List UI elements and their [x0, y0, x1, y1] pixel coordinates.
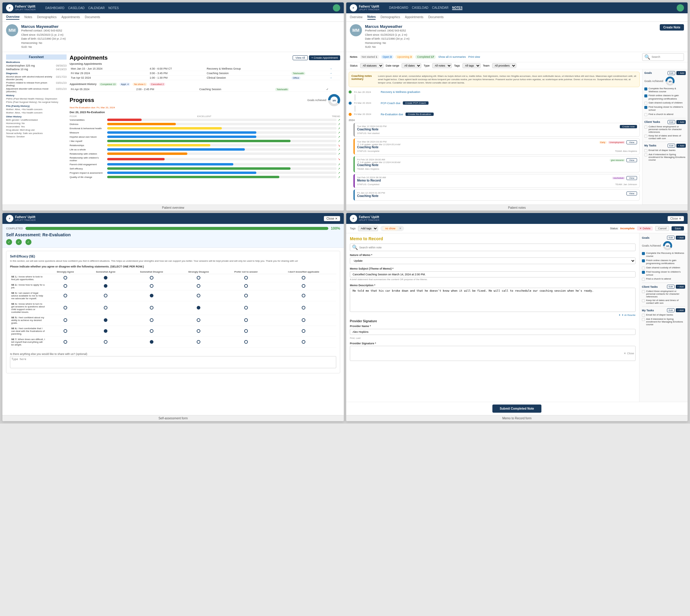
- radio-se3-2[interactable]: [104, 294, 107, 298]
- create-note-1-btn[interactable]: Create now: [620, 125, 637, 128]
- open-response-textarea[interactable]: [10, 356, 336, 368]
- radio-se1-4[interactable]: [197, 276, 200, 280]
- radio-se3-6[interactable]: [302, 294, 305, 298]
- radio-se4-1[interactable]: [64, 306, 67, 309]
- radio-se5-5[interactable]: [244, 318, 248, 322]
- radio-se1-6[interactable]: [302, 276, 305, 280]
- memo-goals-edit-btn[interactable]: Edit: [667, 236, 675, 240]
- radio-se3-4[interactable]: [197, 294, 200, 298]
- delete-btn[interactable]: ✕ Delete: [637, 226, 653, 230]
- goals-add-btn[interactable]: + Add: [676, 71, 686, 75]
- notes-search-input[interactable]: [651, 56, 682, 59]
- show-ai-btn[interactable]: Show all AI summaries: [438, 56, 466, 59]
- radio-se2-4[interactable]: [197, 284, 200, 288]
- radio-se5-1[interactable]: [64, 318, 67, 322]
- radio-se5-6[interactable]: [302, 318, 305, 322]
- tags-filter[interactable]: All tags: [462, 63, 480, 68]
- memo-close-btn[interactable]: Close ✕: [668, 216, 684, 221]
- status-filter[interactable]: All statuses: [360, 63, 384, 68]
- radio-se4-6[interactable]: [302, 306, 305, 309]
- subnav-overview[interactable]: Overview: [6, 15, 19, 20]
- remove-tag-btn[interactable]: ✕: [399, 227, 402, 230]
- subnav-overview-2[interactable]: Overview: [350, 16, 363, 19]
- radio-se4-2[interactable]: [104, 306, 107, 309]
- radio-se1-1[interactable]: [64, 276, 67, 280]
- radio-se6-4[interactable]: [197, 329, 200, 333]
- my-tasks-edit-btn[interactable]: Edit: [668, 144, 675, 148]
- tasks-add-btn[interactable]: + Add: [676, 120, 686, 124]
- subnav-demographics-2[interactable]: Demographics: [381, 16, 400, 19]
- nav-calendar[interactable]: CALENDAR: [88, 6, 105, 10]
- subnav-notes[interactable]: Notes: [24, 16, 32, 19]
- ai-rewrite-btn[interactable]: ✦ ✦ AI Rewrite: [350, 314, 635, 316]
- radio-se4-3[interactable]: [150, 306, 153, 309]
- nav-notes[interactable]: NOTES: [108, 6, 118, 10]
- user-avatar[interactable]: [333, 4, 340, 12]
- provider-name-input[interactable]: [350, 329, 635, 335]
- radio-se7-4[interactable]: [197, 340, 200, 344]
- tab-completed[interactable]: Completed 17: [415, 55, 436, 59]
- radio-se7-2[interactable]: [104, 340, 107, 344]
- nav-calendar-2[interactable]: CALENDAR: [432, 6, 449, 10]
- tab-not-started[interactable]: Not started 1: [360, 55, 379, 59]
- radio-se1-2[interactable]: [104, 276, 107, 280]
- radio-se4-4[interactable]: [197, 306, 200, 309]
- radio-se3-3[interactable]: [150, 294, 153, 298]
- print-view-btn[interactable]: Print view: [468, 56, 480, 59]
- radio-se6-3[interactable]: [150, 329, 153, 333]
- radio-se2-6[interactable]: [302, 284, 305, 288]
- radio-se5-4[interactable]: [197, 318, 200, 322]
- search-within-input[interactable]: [359, 246, 633, 249]
- nav-caseload[interactable]: CASELOAD: [68, 6, 84, 10]
- memo-tasks-add-btn[interactable]: + Add: [676, 285, 685, 289]
- subnav-demographics[interactable]: Demographics: [37, 16, 57, 19]
- radio-se7-3[interactable]: [150, 340, 153, 344]
- memo-my-tasks-add-btn[interactable]: + Add: [676, 308, 685, 312]
- subject-input[interactable]: [350, 271, 635, 278]
- radio-se4-5[interactable]: [244, 306, 248, 309]
- create-note-button[interactable]: Create Note: [660, 24, 684, 30]
- create-appointment-btn[interactable]: + Create Appointment: [309, 56, 340, 60]
- goals-edit-btn[interactable]: Edit: [668, 71, 675, 75]
- radio-se3-5[interactable]: [244, 294, 248, 298]
- subnav-notes-2[interactable]: Notes: [367, 15, 376, 20]
- view-note-5-btn[interactable]: View: [626, 192, 637, 195]
- view-note-2-btn[interactable]: View: [626, 140, 637, 144]
- description-textarea[interactable]: He told me that his car broke down and t…: [350, 288, 635, 312]
- memo-my-tasks-edit-btn[interactable]: Edit: [667, 308, 675, 312]
- subnav-appointments-2[interactable]: Appointments: [405, 16, 424, 19]
- radio-se6-6[interactable]: [302, 329, 305, 333]
- view-note-4-btn[interactable]: View: [626, 176, 637, 180]
- milestone-event-1[interactable]: Recovery & Wellness graduation: [381, 90, 420, 93]
- type-filter[interactable]: All notes: [432, 63, 452, 68]
- subnav-documents-2[interactable]: Documents: [428, 16, 444, 19]
- milestone-event-2[interactable]: PCP-Coach due: [381, 102, 401, 105]
- radio-se5-2[interactable]: [104, 318, 107, 322]
- save-btn[interactable]: Save: [671, 226, 684, 230]
- subnav-appointments[interactable]: Appointments: [61, 16, 80, 19]
- radio-se2-5[interactable]: [244, 284, 248, 288]
- cancel-btn[interactable]: Cancel: [655, 226, 669, 231]
- radio-se5-3[interactable]: [150, 318, 153, 322]
- user-avatar-2[interactable]: [677, 4, 684, 12]
- radio-se2-1[interactable]: [64, 284, 67, 288]
- tasks-edit-btn[interactable]: Edit: [668, 120, 675, 124]
- tab-open[interactable]: Open 3: [381, 55, 394, 59]
- radio-se2-3[interactable]: [150, 284, 153, 288]
- radio-se6-1[interactable]: [64, 329, 67, 333]
- nav-dashboard-2[interactable]: DASHBOARD: [389, 6, 408, 10]
- radio-se1-5[interactable]: [244, 276, 248, 280]
- radio-se1-3[interactable]: [150, 276, 153, 280]
- create-reval-btn[interactable]: Create Re-Evaluation: [406, 113, 433, 116]
- tab-upcoming[interactable]: Upcoming 3: [395, 55, 413, 59]
- milestone-event-3[interactable]: Re-Evaluation due: [381, 113, 403, 116]
- memo-goals-add-btn[interactable]: + Add: [676, 236, 685, 240]
- create-pcp-btn[interactable]: Create PCP-Coach: [403, 101, 428, 105]
- nav-dashboard[interactable]: DASHBOARD: [45, 6, 64, 10]
- subnav-documents[interactable]: Documents: [85, 16, 100, 19]
- sig-close-btn[interactable]: ✕ Close: [624, 352, 634, 355]
- radio-se6-2[interactable]: [104, 329, 107, 333]
- radio-se7-1[interactable]: [64, 340, 67, 344]
- signature-area[interactable]: ✕ Close: [350, 346, 635, 361]
- date-filter[interactable]: All dates: [402, 63, 421, 68]
